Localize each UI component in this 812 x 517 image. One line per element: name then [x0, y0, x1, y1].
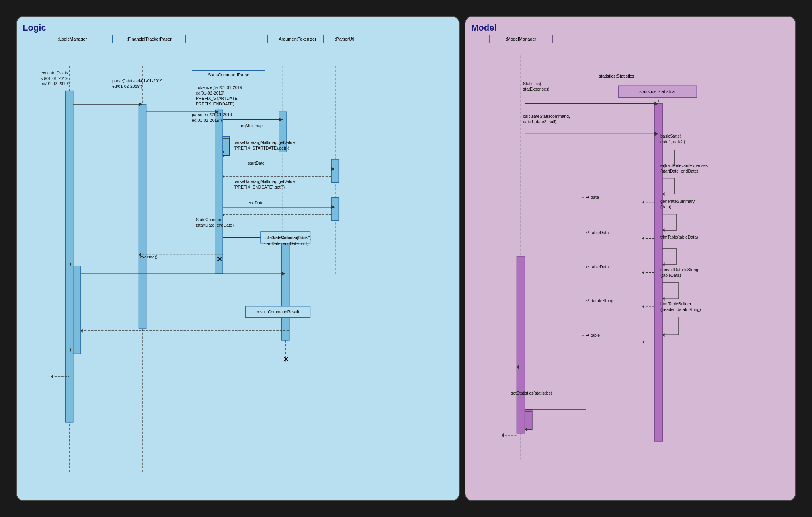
svg-marker-85: [642, 236, 644, 240]
svg-marker-77: [662, 192, 664, 196]
svg-rect-7: [139, 104, 146, 329]
svg-rect-57: [517, 257, 525, 433]
msg-datainstring-return: ← ↵ dataInString: [581, 298, 640, 303]
msg-trim-table: trimTable(tableData): [660, 235, 732, 239]
svg-rect-13: [73, 266, 81, 354]
lifeline-statistics: statistics:Statistics: [577, 72, 656, 80]
svg-marker-30: [223, 175, 224, 179]
logic-title: Logic: [23, 23, 453, 33]
msg-table-return: ← ↵ table: [581, 333, 621, 338]
svg-marker-54: [51, 375, 53, 379]
msg-execute: execute ("statssd/01-01-2019ed/01-02-201…: [41, 70, 100, 87]
svg-text:result:CommandResult: result:CommandResult: [257, 309, 299, 314]
svg-marker-95: [662, 297, 664, 301]
msg-execute2: execute(): [140, 255, 158, 259]
svg-marker-26: [223, 150, 224, 154]
msg-tokenize: Tokenize("sd/01-01-2019ed/01-02-2019",PR…: [196, 85, 279, 107]
svg-marker-49: [81, 329, 83, 333]
msg-extract-relevant: extractRelevantExpenses(startDate, endDa…: [660, 163, 740, 174]
model-title: Model: [471, 23, 789, 33]
lifeline-stats-cmd-parser: :StatsCommandParser: [192, 70, 265, 79]
svg-marker-24: [223, 154, 224, 158]
svg-text:✕: ✕: [217, 255, 222, 263]
msg-calculate-stats-model: calculateStats(command,date1, date2, nul…: [523, 114, 603, 124]
svg-marker-105: [517, 365, 519, 369]
svg-marker-83: [662, 228, 664, 232]
lifeline-logic-manager: :LogicManager: [47, 35, 98, 43]
svg-rect-46: [246, 306, 310, 318]
svg-marker-97: [642, 305, 644, 309]
msg-convert-data: convertDataToString(tableData): [660, 267, 740, 278]
svg-marker-67: [654, 102, 658, 106]
lifeline-argument-tokenizer: :ArgumentTokenizer: [267, 35, 326, 43]
svg-marker-19: [279, 118, 283, 122]
msg-parse2: parse("sd/01-01-2019ed/01-02-2019"): [192, 112, 260, 123]
msg-tabledata-return1: ← ↵ tableData: [581, 230, 632, 235]
model-panel: Model statistics:Statistics: [465, 16, 796, 501]
msg-generate-summary: generateSummary(data): [660, 199, 732, 210]
svg-marker-43: [69, 262, 71, 266]
msg-startdate: startDate: [248, 161, 265, 165]
svg-text:statistics:Statistics: statistics:Statistics: [639, 89, 675, 94]
svg-marker-63: [525, 428, 527, 431]
msg-html-table-builder: htmlTableBuilder(header, dataInString): [660, 301, 744, 312]
svg-marker-45: [282, 272, 286, 276]
msg-calculate-stats: calculateStatistics("stats",startDate, e…: [264, 235, 343, 246]
svg-rect-10: [331, 159, 339, 182]
svg-marker-15: [139, 102, 142, 106]
model-svg: statistics:Statistics: [465, 17, 795, 500]
svg-marker-51: [69, 348, 71, 352]
svg-marker-34: [223, 213, 224, 217]
msg-parse1: parse("stats sd/01-01-2019ed/01-02-2019"…: [112, 78, 180, 89]
svg-marker-79: [642, 200, 644, 204]
svg-marker-69: [654, 132, 658, 136]
msg-set-statistics: setStatistics(statistics): [511, 391, 591, 395]
msg-parsedateend: parseDate(argMultimap.getValue(PREFIX_EN…: [234, 179, 325, 190]
svg-rect-11: [331, 198, 339, 220]
msg-tabledata-return2: ← ↵ tableData: [581, 264, 632, 269]
msg-basic-stats: basicStats(date1, date2): [660, 134, 732, 144]
svg-rect-8: [215, 110, 223, 274]
svg-rect-64: [618, 86, 697, 97]
svg-marker-91: [642, 270, 644, 274]
msg-enddate: endDate: [248, 200, 264, 205]
svg-marker-89: [662, 262, 664, 266]
lifeline-parser-util: :ParserUtil: [323, 35, 367, 43]
lifeline-model-manager: :ModelManager: [489, 35, 553, 43]
svg-marker-28: [331, 167, 335, 171]
svg-marker-101: [662, 333, 664, 337]
svg-marker-103: [642, 340, 644, 344]
svg-rect-20: [223, 137, 229, 156]
msg-data-return: ← ↵ data: [581, 195, 621, 200]
msg-parsedatestart: parseDate(argMultimap.getValue(PREFIX_ST…: [234, 140, 325, 151]
lifeline-financial-tracker: :FinancialTrackerPaser: [112, 35, 186, 43]
msg-statscommand-create: StatsCommand(startDate, endDate): [196, 217, 260, 228]
svg-marker-108: [502, 433, 504, 437]
msg-statistics-create: Statistics(statExpenses): [523, 81, 595, 92]
svg-rect-59: [525, 409, 532, 430]
svg-rect-12: [282, 241, 289, 340]
svg-text:✕: ✕: [283, 355, 289, 363]
msg-argmultimap: argMultimap: [240, 123, 263, 128]
svg-marker-32: [331, 205, 335, 209]
logic-panel: Logic: [16, 16, 460, 501]
svg-rect-6: [66, 91, 73, 422]
